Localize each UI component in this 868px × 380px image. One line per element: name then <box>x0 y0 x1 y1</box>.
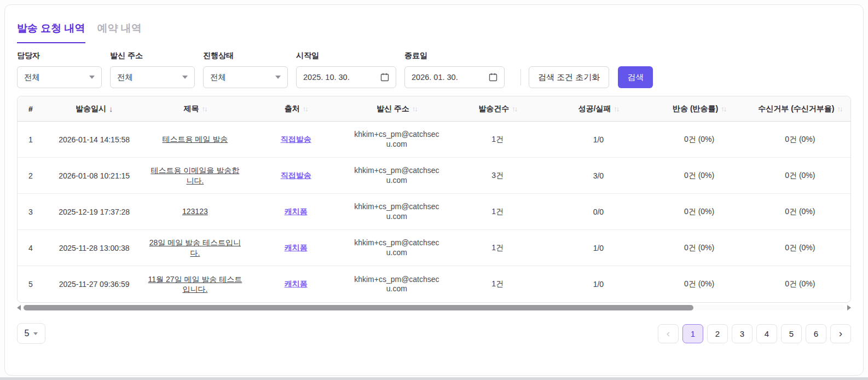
search-button[interactable]: 검색 <box>618 66 653 88</box>
sort-both-icon[interactable]: ↑↓ <box>303 105 308 113</box>
chevron-down-icon <box>275 76 281 79</box>
pagination-prev-button[interactable]: ‹ <box>658 324 679 343</box>
cell-sender-email: khkim+cs_pm@catchsecu.com <box>352 166 441 185</box>
cell-sent-datetime: 2026-01-14 14:15:58 <box>59 135 130 144</box>
table-cell: 0/0 <box>548 208 649 216</box>
cell-title-link[interactable]: 123123 <box>182 206 208 216</box>
pagination-page-2[interactable]: 2 <box>707 324 728 343</box>
table-cell: 4 <box>18 244 44 252</box>
table-cell: 1건 <box>447 279 548 289</box>
scroll-left-arrow-icon[interactable] <box>17 305 21 310</box>
column-header-6[interactable]: 성공/실패↑↓ <box>548 104 649 114</box>
sort-both-icon[interactable]: ↑↓ <box>412 105 417 113</box>
table-row: 22026-01-08 10:21:15테스트용 이메일을 발송합니다.직접발송… <box>18 158 850 194</box>
pagination-page-4[interactable]: 4 <box>756 324 777 343</box>
cell-title-link[interactable]: 28일 메일 발송 테스트입니다. <box>148 238 242 257</box>
pagination-next-button[interactable]: › <box>830 324 851 343</box>
cell-send-count: 1건 <box>491 135 504 145</box>
cell-bounce: 0건 (0%) <box>684 171 714 181</box>
table-cell: 28일 메일 발송 테스트입니다. <box>144 238 245 257</box>
cell-title-link[interactable]: 11월 27일 메일 발송 테스트입니다. <box>148 274 242 294</box>
end-date-input[interactable]: 2026. 01. 30. <box>404 66 505 88</box>
sender-address-select[interactable]: 전체 <box>110 66 195 88</box>
sort-both-icon[interactable]: ↑↓ <box>721 105 726 113</box>
cell-unsubscribe: 0건 (0%) <box>785 243 815 253</box>
filter-sender-address: 발신 주소 전체 <box>110 51 195 88</box>
cell-sent-datetime: 2025-12-19 17:37:28 <box>59 208 130 216</box>
cell-bounce: 0건 (0%) <box>684 207 714 217</box>
pagination-page-6[interactable]: 6 <box>806 324 826 343</box>
manager-select[interactable]: 전체 <box>17 66 102 88</box>
cell-source-link[interactable]: 캐치폼 <box>285 243 308 253</box>
column-header-1[interactable]: 발송일시↓ <box>44 104 144 114</box>
cell-title-link[interactable]: 테스트용 메일 발송 <box>162 134 228 144</box>
send-history-panel: 발송 요청 내역 예약 내역 담당자 전체 발신 주소 전체 진행상태 전체 <box>4 4 864 376</box>
cell-source-link[interactable]: 직접발송 <box>281 135 311 145</box>
start-date-input[interactable]: 2025. 10. 30. <box>296 66 396 88</box>
column-header-5[interactable]: 발송건수↑↓ <box>447 104 548 114</box>
pagination-page-3[interactable]: 3 <box>732 324 753 343</box>
table-cell: 1 <box>18 135 44 144</box>
table-cell: 0건 (0%) <box>649 243 750 253</box>
tab-send-request-history[interactable]: 발송 요청 내역 <box>17 21 85 43</box>
page-size-select[interactable]: 5 <box>17 323 45 344</box>
table-cell: 2026-01-08 10:21:15 <box>44 171 144 180</box>
scrollbar-thumb[interactable] <box>24 305 693 310</box>
sort-both-icon[interactable]: ↑↓ <box>837 105 842 113</box>
start-date-label: 시작일 <box>296 51 396 61</box>
table-cell: 2025-12-19 17:37:28 <box>44 208 144 216</box>
table-cell: 11월 27일 메일 발송 테스트입니다. <box>144 274 245 294</box>
sort-desc-icon[interactable]: ↓ <box>109 104 113 113</box>
sort-both-icon[interactable]: ↑↓ <box>512 105 517 113</box>
sort-both-icon[interactable]: ↑↓ <box>201 105 206 113</box>
cell-source-link[interactable]: 캐치폼 <box>285 279 308 289</box>
table-cell: 1/0 <box>548 135 649 144</box>
tab-reservation-history[interactable]: 예약 내역 <box>97 21 142 42</box>
calendar-icon[interactable] <box>380 73 389 82</box>
table-row: 52025-11-27 09:36:5911월 27일 메일 발송 테스트입니다… <box>18 266 850 302</box>
column-header-4[interactable]: 발신 주소↑↓ <box>346 104 447 114</box>
cell-success-fail: 0/0 <box>593 208 604 216</box>
table-cell: khkim+cs_pm@catchsecu.com <box>346 130 447 149</box>
table-cell: 1/0 <box>548 280 649 289</box>
column-header-label: 제목 <box>183 104 199 114</box>
cell-title-link[interactable]: 테스트용 이메일을 발송합니다. <box>148 165 242 185</box>
table-cell: 2025-11-27 09:36:59 <box>44 280 144 289</box>
table-cell: 2026-01-14 14:15:58 <box>44 135 144 144</box>
sort-both-icon[interactable]: ↑↓ <box>614 105 618 113</box>
table-cell: 1건 <box>447 207 548 217</box>
table-cell: 2025-11-28 13:00:38 <box>44 244 144 252</box>
table-cell: 0건 (0%) <box>649 135 750 145</box>
column-header-label: 출처 <box>285 104 300 114</box>
calendar-icon[interactable] <box>489 73 497 82</box>
scrollbar-track[interactable] <box>23 305 845 310</box>
manager-label: 담당자 <box>17 51 102 61</box>
column-header-8[interactable]: 수신거부 (수신거부율)↑↓ <box>750 104 850 114</box>
chevron-down-icon <box>89 76 95 79</box>
cell-source-link[interactable]: 캐치폼 <box>285 207 308 217</box>
table-cell: 0건 (0%) <box>750 243 850 253</box>
table-cell: 캐치폼 <box>246 207 346 217</box>
pagination-page-1[interactable]: 1 <box>682 324 703 343</box>
column-header-label: 수신거부 (수신거부율) <box>758 104 834 114</box>
progress-status-select-value: 전체 <box>210 72 226 83</box>
table-cell: 1/0 <box>548 244 649 252</box>
progress-status-select[interactable]: 전체 <box>203 66 288 88</box>
table-cell: khkim+cs_pm@catchsecu.com <box>346 202 447 221</box>
column-header-7[interactable]: 반송 (반송률)↑↓ <box>649 104 750 114</box>
column-header-0: # <box>18 105 44 113</box>
filter-manager: 담당자 전체 <box>17 51 102 88</box>
tab-bar: 발송 요청 내역 예약 내역 <box>17 21 851 43</box>
progress-status-label: 진행상태 <box>203 51 288 61</box>
pagination-page-5[interactable]: 5 <box>781 324 802 343</box>
column-header-2[interactable]: 제목↑↓ <box>144 104 245 114</box>
table-cell: 0건 (0%) <box>649 171 750 181</box>
reset-search-button[interactable]: 검색 조건 초기화 <box>529 66 609 88</box>
table-cell: 0건 (0%) <box>649 279 750 289</box>
scroll-right-arrow-icon[interactable] <box>847 305 851 310</box>
column-header-3[interactable]: 출처↑↓ <box>246 104 346 114</box>
cell-unsubscribe: 0건 (0%) <box>785 279 815 289</box>
filter-end-date: 종료일 2026. 01. 30. <box>404 51 505 88</box>
filter-bar: 담당자 전체 발신 주소 전체 진행상태 전체 시작일 2025. 10. 30… <box>17 51 851 88</box>
cell-source-link[interactable]: 직접발송 <box>281 171 311 181</box>
